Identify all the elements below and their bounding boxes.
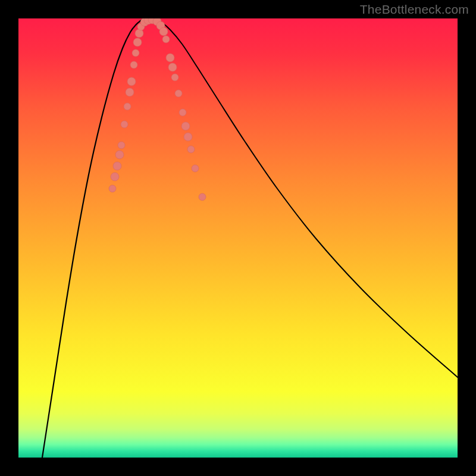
plot-area bbox=[18, 18, 458, 458]
data-marker bbox=[168, 63, 177, 71]
data-marker bbox=[166, 54, 174, 62]
data-marker bbox=[115, 151, 124, 159]
data-marker bbox=[171, 74, 178, 81]
data-marker bbox=[187, 146, 195, 153]
data-marker bbox=[121, 121, 128, 128]
data-marker bbox=[192, 165, 199, 172]
data-marker bbox=[162, 36, 170, 43]
data-marker bbox=[175, 90, 182, 97]
watermark-text: TheBottleneck.com bbox=[360, 2, 469, 17]
curve-layer bbox=[18, 18, 458, 458]
data-marker bbox=[159, 27, 168, 36]
data-marker bbox=[179, 109, 186, 116]
data-marker bbox=[132, 49, 139, 57]
data-marker bbox=[113, 162, 121, 170]
data-marker bbox=[118, 142, 125, 149]
left-branch-curve bbox=[42, 19, 143, 458]
data-marker bbox=[124, 103, 131, 110]
data-marker bbox=[111, 173, 119, 181]
data-marker bbox=[127, 77, 136, 86]
data-marker bbox=[135, 29, 143, 37]
data-marker bbox=[181, 122, 190, 130]
data-marker bbox=[109, 185, 116, 192]
data-marker bbox=[130, 61, 137, 68]
data-marker bbox=[199, 193, 206, 201]
chart-stage: TheBottleneck.com bbox=[0, 0, 476, 476]
data-marker bbox=[126, 88, 134, 96]
data-marker bbox=[184, 133, 192, 141]
data-marker bbox=[133, 38, 142, 46]
